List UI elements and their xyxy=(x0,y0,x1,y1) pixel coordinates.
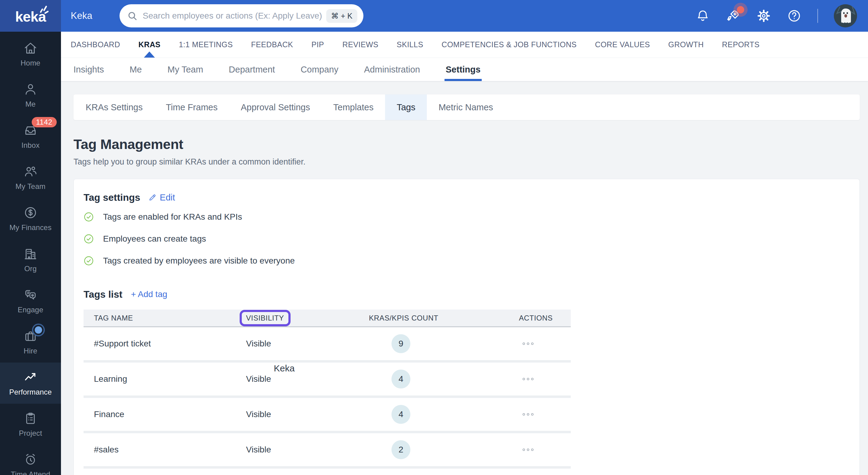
subtab-settings[interactable]: Settings xyxy=(446,58,480,81)
time-attend-icon xyxy=(24,452,37,467)
sidebar-item-my-team[interactable]: My Team xyxy=(0,157,61,198)
sidebar-item-project[interactable]: Project xyxy=(0,404,61,445)
check-circle-icon xyxy=(84,256,94,266)
content-area: DASHBOARD KRAS 1:1 MEETINGS FEEDBACK PIP… xyxy=(61,32,868,475)
tag-row-support-ticket[interactable]: #Support ticket Visible 9 xyxy=(84,327,571,360)
tab-1-1-meetings[interactable]: 1:1 MEETINGS xyxy=(179,32,232,58)
sidebar-item-label: My Team xyxy=(16,182,45,191)
tag-row-finance[interactable]: Finance Visible 4 xyxy=(84,398,571,431)
settab-templates[interactable]: Templates xyxy=(322,95,385,120)
column-header-kras-kpis-count[interactable]: KRAS/KPIS COUNT xyxy=(369,314,509,323)
whats-new-button[interactable] xyxy=(726,8,741,23)
search-shortcut-badge: ⌘ + K xyxy=(326,9,357,23)
sidebar-item-hire[interactable]: Hire xyxy=(0,321,61,363)
tab-pip[interactable]: PIP xyxy=(311,32,324,58)
checklist-item: Tags are enabled for KRAs and KPIs xyxy=(84,206,860,228)
sidebar-item-my-finances[interactable]: My Finances xyxy=(0,198,61,239)
tab-feedback[interactable]: FEEDBACK xyxy=(251,32,293,58)
sidebar-item-engage[interactable]: Engage xyxy=(0,280,61,321)
row-separator xyxy=(84,431,571,433)
sidebar-item-home[interactable]: Home xyxy=(0,34,61,75)
sidebar-item-performance[interactable]: Performance xyxy=(0,363,61,404)
tags-list-title: Tags list xyxy=(84,289,122,300)
tags-list-header: Tags list + Add tag xyxy=(84,287,860,301)
edit-tag-settings-button[interactable]: Edit xyxy=(148,193,175,203)
tab-kras[interactable]: KRAS xyxy=(138,32,160,58)
sidebar-item-inbox[interactable]: 1142 Inbox xyxy=(0,116,61,157)
search-input[interactable] xyxy=(143,11,326,21)
ellipsis-icon xyxy=(522,342,534,345)
tab-skills[interactable]: SKILLS xyxy=(397,32,423,58)
checklist-item-text: Employees can create tags xyxy=(103,234,206,244)
row-actions-menu-button[interactable] xyxy=(512,342,571,345)
settab-metric-names[interactable]: Metric Names xyxy=(427,95,504,120)
row-actions-menu-button[interactable] xyxy=(512,448,571,451)
tab-dashboard[interactable]: DASHBOARD xyxy=(71,32,120,58)
avatar-image xyxy=(834,4,857,27)
tag-visibility: Visible xyxy=(246,374,369,384)
settab-approval-settings[interactable]: Approval Settings xyxy=(229,95,322,120)
subtab-company[interactable]: Company xyxy=(301,58,338,81)
sidebar-item-org[interactable]: Org xyxy=(0,239,61,280)
inbox-count-badge: 1142 xyxy=(32,117,57,127)
tag-name: #Support ticket xyxy=(94,339,246,348)
avatar[interactable] xyxy=(834,4,857,27)
sidebar-item-label: Project xyxy=(19,429,42,438)
subtab-my-team[interactable]: My Team xyxy=(167,58,203,81)
subtab-insights[interactable]: Insights xyxy=(73,58,104,81)
tab-growth[interactable]: GROWTH xyxy=(668,32,704,58)
tag-settings-title: Tag settings xyxy=(84,192,140,203)
notifications-button[interactable] xyxy=(695,8,710,23)
tag-count-badge: 4 xyxy=(392,405,410,424)
page-title: Tag Management xyxy=(73,136,868,152)
sidebar-item-label: Engage xyxy=(18,306,43,314)
subtab-me[interactable]: Me xyxy=(130,58,142,81)
help-icon xyxy=(787,8,802,23)
tag-management-card: Tag settings Edit Tags are enabled for K… xyxy=(73,179,860,475)
topbar-divider xyxy=(817,9,818,23)
subtab-department[interactable]: Department xyxy=(229,58,275,81)
row-actions-menu-button[interactable] xyxy=(512,412,571,416)
tags-table-header-row: TAG NAME VISIBILITY KRAS/KPIS COUNT ACTI… xyxy=(84,310,571,327)
row-actions-menu-button[interactable] xyxy=(512,377,571,381)
sidebar-item-label: My Finances xyxy=(9,223,52,232)
help-button[interactable] xyxy=(787,8,802,23)
column-header-visibility[interactable]: VISIBILITY xyxy=(246,310,369,326)
sidebar-item-label: Hire xyxy=(24,347,37,355)
tab-competencies[interactable]: COMPETENCIES & JOB FUNCTIONS xyxy=(441,32,577,58)
keka-logo[interactable]: keka xyxy=(0,0,61,32)
global-search[interactable]: ⌘ + K xyxy=(120,4,364,27)
settings-button[interactable] xyxy=(756,8,771,23)
tab-reviews[interactable]: REVIEWS xyxy=(342,32,378,58)
tag-settings-checklist: Tags are enabled for KRAs and KPIs Emplo… xyxy=(84,206,860,272)
app-title: Keka xyxy=(71,0,92,32)
tag-visibility: Visible xyxy=(246,339,369,348)
settab-time-frames[interactable]: Time Frames xyxy=(154,95,229,120)
user-icon xyxy=(24,82,37,96)
hire-notification-dot xyxy=(35,326,42,334)
settab-tags[interactable]: Tags xyxy=(385,95,427,120)
subtab-administration[interactable]: Administration xyxy=(364,58,420,81)
finances-icon xyxy=(24,206,37,220)
add-tag-button[interactable]: + Add tag xyxy=(131,290,167,299)
tag-visibility: Visible xyxy=(246,409,369,419)
tag-row-sales[interactable]: #sales Visible 2 xyxy=(84,433,571,466)
column-header-tag-name[interactable]: TAG NAME xyxy=(94,314,246,323)
topbar-actions xyxy=(695,0,857,32)
tag-row-learning[interactable]: Learning Visible 4 xyxy=(84,363,571,396)
sidebar-item-time-attend[interactable]: Time Attend xyxy=(0,445,61,475)
sidebar-item-label: Performance xyxy=(9,388,52,396)
tab-reports[interactable]: REPORTS xyxy=(722,32,760,58)
bell-icon xyxy=(695,8,710,23)
rocket-notification-dot xyxy=(737,6,744,13)
column-header-actions[interactable]: ACTIONS xyxy=(509,314,571,323)
sidebar-item-me[interactable]: Me xyxy=(0,75,61,116)
performance-icon xyxy=(24,370,37,384)
tab-core-values[interactable]: CORE VALUES xyxy=(595,32,650,58)
row-separator xyxy=(84,360,571,363)
keka-app-window: keka Home Me 1142 Inbox My Team xyxy=(0,0,868,475)
topbar: Keka ⌘ + K xyxy=(61,0,868,32)
sidebar: keka Home Me 1142 Inbox My Team xyxy=(0,0,61,475)
checklist-item-text: Tags created by employees are visible to… xyxy=(103,256,295,266)
settab-kras-settings[interactable]: KRAs Settings xyxy=(74,95,154,120)
